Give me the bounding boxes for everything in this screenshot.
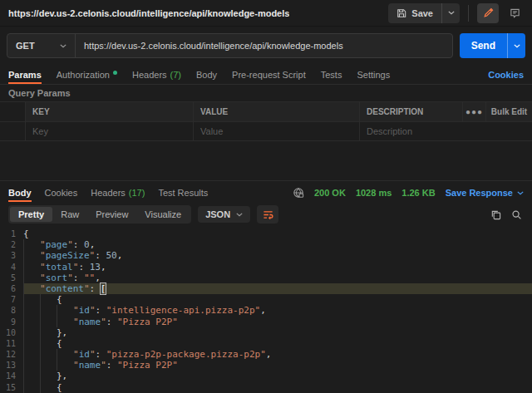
code-token: :	[96, 305, 106, 316]
indent-guide	[40, 360, 57, 371]
view-mode-preview[interactable]: Preview	[87, 207, 136, 222]
response-tab-body[interactable]: Body	[8, 186, 32, 202]
code-token: ,	[117, 250, 123, 261]
code-token: "	[101, 360, 106, 371]
code-line: 5"sort": "",	[0, 273, 532, 283]
indent-guide	[23, 305, 40, 316]
response-tab-headers[interactable]: Headers(17)	[91, 186, 145, 202]
network-icon[interactable]	[293, 187, 304, 199]
code-token: {	[57, 338, 62, 349]
code-token: },	[57, 371, 67, 381]
save-button-group: Save	[388, 3, 460, 23]
indent-guide	[23, 382, 40, 393]
save-button-label: Save	[411, 8, 433, 18]
tab-count-badge: (7)	[170, 70, 181, 80]
indent-guide	[40, 349, 57, 360]
indent-guide	[23, 327, 40, 338]
response-body-editor[interactable]: 1{2"page": 0,3"pageSize": 50,4"total": 1…	[0, 227, 532, 393]
tab-label: Body	[196, 70, 217, 80]
code-line-content: "id": "intelligence-api.pizza-p2p",	[23, 305, 532, 316]
tab-body[interactable]: Body	[196, 68, 217, 84]
line-number: 13	[0, 360, 23, 371]
code-line: 12"id": "pizza-p2p-package.pizza-p2p",	[0, 349, 532, 360]
code-line-content: {	[23, 338, 532, 349]
wrap-text-button[interactable]	[257, 205, 278, 224]
code-line: 15{	[0, 382, 532, 393]
param-value-input[interactable]	[200, 126, 352, 136]
code-token: sort	[46, 273, 68, 283]
tab-params[interactable]: Params	[8, 68, 42, 84]
cookies-link[interactable]: Cookies	[488, 70, 524, 84]
code-line: 4"total": 13,	[0, 262, 532, 273]
edit-request-button[interactable]	[477, 3, 499, 23]
table-header-row: KEY VALUE DESCRIPTION ●●● Bulk Edit	[0, 101, 532, 121]
url-box: GET	[7, 33, 453, 58]
tab-settings[interactable]: Settings	[357, 68, 390, 84]
request-bar: GET Send	[0, 27, 532, 65]
view-mode-visualize[interactable]: Visualize	[136, 207, 190, 222]
param-description-input[interactable]	[367, 126, 525, 136]
code-line-content: "name": "Pizza P2P"	[23, 317, 532, 327]
tab-tests[interactable]: Tests	[321, 68, 342, 84]
code-line-content: },	[23, 371, 532, 381]
code-token: page	[46, 239, 68, 250]
view-mode-pretty[interactable]: Pretty	[10, 207, 52, 222]
save-options-button[interactable]	[441, 3, 460, 23]
indent-guide	[57, 349, 73, 360]
response-meta: 200 OK 1028 ms 1.26 KB Save Response	[293, 187, 524, 202]
save-button[interactable]: Save	[388, 3, 441, 23]
code-token: id	[79, 305, 90, 316]
code-line: 8"id": "intelligence-api.pizza-p2p",	[0, 305, 532, 316]
code-line-content: "sort": "",	[23, 273, 532, 283]
chevron-down-icon	[514, 44, 520, 48]
code-token: {	[57, 382, 62, 393]
more-actions-button[interactable]: ●●●	[462, 102, 485, 121]
code-token: "intelligence-api.pizza-p2p"	[106, 305, 260, 316]
method-select[interactable]: GET	[7, 34, 76, 57]
response-tabs: BodyCookiesHeaders(17)Test Results	[8, 186, 208, 202]
code-token: ,	[266, 349, 272, 360]
code-line-content: "id": "pizza-p2p-package.pizza-p2p",	[23, 349, 532, 360]
comments-button[interactable]	[504, 3, 525, 23]
indent-guide	[40, 317, 57, 327]
bulk-edit-button[interactable]: Bulk Edit	[485, 102, 532, 121]
code-token: pageSize	[46, 250, 90, 261]
method-label: GET	[16, 41, 35, 51]
indent-guide	[23, 239, 40, 250]
response-tab-cookies[interactable]: Cookies	[45, 186, 78, 202]
code-line: 3"pageSize": 50,	[0, 250, 532, 261]
code-token: "	[73, 305, 79, 316]
key-column-header: KEY	[25, 102, 193, 121]
tab-pre-request-script[interactable]: Pre-request Script	[232, 68, 306, 84]
code-token: name	[79, 317, 101, 327]
response-time: 1028 ms	[356, 188, 392, 198]
param-key-input[interactable]	[32, 126, 186, 136]
code-token: "	[73, 317, 79, 327]
send-options-button[interactable]	[507, 33, 525, 58]
send-button-label: Send	[471, 40, 495, 52]
copy-icon[interactable]	[490, 209, 501, 220]
code-token: {	[23, 228, 29, 239]
tab-label: Params	[8, 70, 42, 80]
save-icon	[397, 8, 406, 18]
line-number: 14	[0, 371, 23, 381]
code-token: "	[40, 273, 46, 283]
url-input[interactable]	[76, 34, 452, 57]
code-line-content: {	[23, 382, 532, 393]
save-response-button[interactable]: Save Response	[446, 188, 524, 198]
request-title: https://dev.us-2.celonis.cloud/intellige…	[8, 8, 289, 18]
format-select[interactable]: JSON	[198, 206, 250, 223]
indent-guide	[23, 294, 40, 305]
tab-authorization[interactable]: Authorization	[57, 68, 117, 84]
indent-guide	[57, 360, 73, 371]
search-icon[interactable]	[511, 209, 522, 220]
tab-headers[interactable]: Headers(7)	[132, 68, 181, 84]
code-token: ,	[260, 305, 266, 316]
view-mode-raw[interactable]: Raw	[52, 207, 87, 222]
comment-icon	[510, 7, 520, 18]
code-token: "	[40, 239, 46, 250]
code-token: ,	[101, 262, 106, 273]
response-tab-test-results[interactable]: Test Results	[158, 186, 208, 202]
send-button[interactable]: Send	[460, 33, 507, 58]
indent-guide	[40, 305, 57, 316]
